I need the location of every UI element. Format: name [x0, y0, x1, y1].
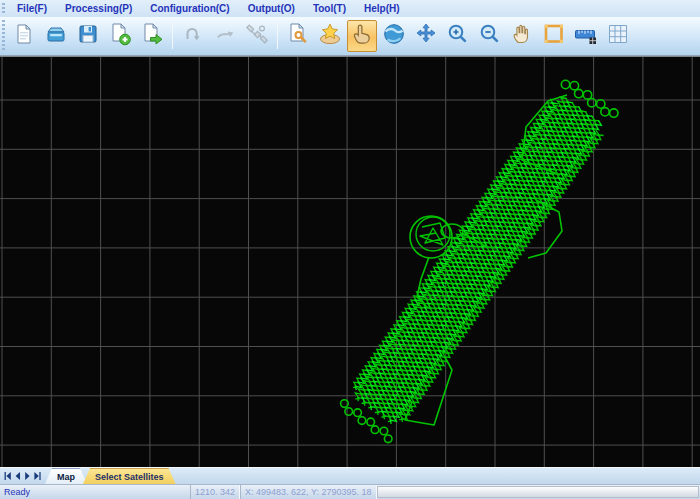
select-pointer-button[interactable] [347, 20, 377, 52]
tab-map-label: Map [57, 472, 75, 482]
status-bar: Ready 1210. 342 X: 499483. 622, Y: 27903… [0, 484, 700, 499]
map-grid [0, 57, 700, 467]
tab-nav-last-button[interactable] [34, 471, 42, 481]
undo-icon [181, 22, 205, 50]
toolbar [0, 17, 700, 56]
grid-toggle-button[interactable] [603, 20, 633, 52]
redo-icon [213, 22, 237, 50]
tab-select-satellites-label: Select Satellites [95, 472, 164, 482]
zoom-in-button[interactable] [443, 20, 473, 52]
menu-item-processing[interactable]: Processing(P) [56, 1, 141, 16]
menu-item-tool[interactable]: Tool(T) [304, 1, 355, 16]
save-button[interactable] [73, 20, 103, 52]
gps-trajectory [341, 80, 618, 442]
globe-view-button[interactable] [379, 20, 409, 52]
status-ready: Ready [0, 485, 190, 499]
map-canvas[interactable] [0, 57, 700, 467]
tab-bar: Map Select Satellites [0, 467, 700, 484]
save-icon [76, 22, 100, 50]
zoom-in-icon [446, 22, 470, 50]
globe-view-icon [382, 22, 406, 50]
toolbar-separator [277, 23, 278, 49]
menu-item-file[interactable]: File(F) [8, 1, 56, 16]
tab-nav-next-button[interactable] [24, 471, 32, 481]
pan-move-button[interactable] [411, 20, 441, 52]
menu-item-output[interactable]: Output(O) [239, 1, 304, 16]
menu-bar: File(F)Processing(P)Configuration(C)Outp… [0, 0, 700, 17]
status-coordinates: X: 499483. 622, Y: 2790395. 18 [240, 485, 376, 499]
measure-ruler-icon [574, 22, 598, 50]
tab-nav-first-button[interactable] [4, 471, 12, 481]
new-document-icon [12, 22, 36, 50]
new-document-button[interactable] [9, 20, 39, 52]
measure-ruler-button[interactable] [571, 20, 601, 52]
select-pointer-icon [350, 22, 374, 50]
undo-button[interactable] [178, 20, 208, 52]
document-settings-icon [286, 22, 310, 50]
pan-move-icon [414, 22, 438, 50]
zoom-out-icon [478, 22, 502, 50]
open-file-icon [44, 22, 68, 50]
status-filler-panel [377, 486, 700, 498]
tab-select-satellites[interactable]: Select Satellites [83, 468, 176, 484]
pick-point-icon [318, 22, 342, 50]
select-area-button[interactable] [539, 20, 569, 52]
satellite-button[interactable] [242, 20, 272, 52]
tab-map[interactable]: Map [45, 468, 87, 484]
add-file-icon [108, 22, 132, 50]
zoom-out-button[interactable] [475, 20, 505, 52]
pan-hand-button[interactable] [507, 20, 537, 52]
status-value: 1210. 342 [190, 485, 240, 499]
redo-button[interactable] [210, 20, 240, 52]
map-view[interactable] [0, 56, 700, 467]
menu-item-help[interactable]: Help(H) [355, 1, 409, 16]
tab-nav [0, 468, 45, 484]
satellite-icon [245, 22, 269, 50]
menu-item-configuration[interactable]: Configuration(C) [141, 1, 238, 16]
document-settings-button[interactable] [283, 20, 313, 52]
grid-toggle-icon [606, 22, 630, 50]
tab-nav-prev-button[interactable] [14, 471, 22, 481]
pan-hand-icon [510, 22, 534, 50]
open-file-button[interactable] [41, 20, 71, 52]
select-area-icon [542, 22, 566, 50]
pick-point-button[interactable] [315, 20, 345, 52]
export-file-button[interactable] [137, 20, 167, 52]
add-file-button[interactable] [105, 20, 135, 52]
export-file-icon [140, 22, 164, 50]
toolbar-separator [172, 23, 173, 49]
